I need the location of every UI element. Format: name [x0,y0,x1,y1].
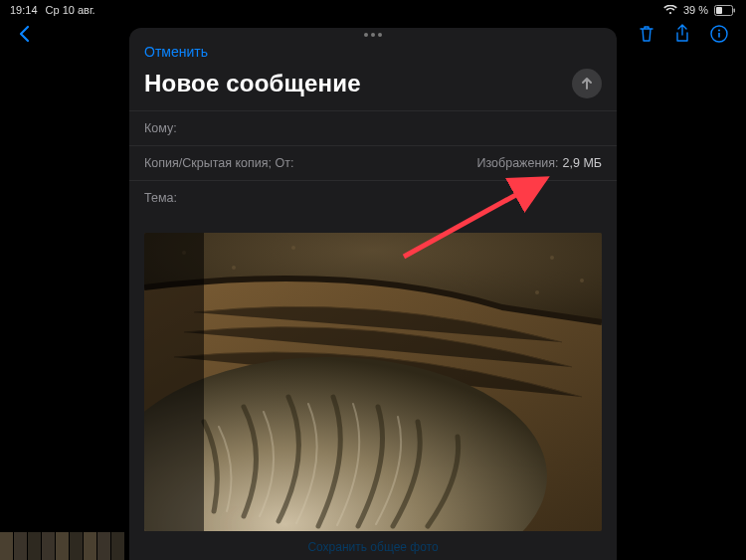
svg-point-9 [291,246,295,250]
svg-rect-2 [734,8,736,12]
trash-icon[interactable] [639,25,654,46]
status-date: Ср 10 авг. [46,4,95,16]
subject-field[interactable]: Тема: [129,180,617,215]
to-field[interactable]: Кому: [129,110,617,145]
cancel-button[interactable]: Отменить [144,44,208,60]
svg-rect-14 [144,233,204,531]
cc-bcc-from-field[interactable]: Копия/Скрытая копия; От: Изображения:2,9… [129,145,617,180]
cc-bcc-from-label: Копия/Скрытая копия; От: [144,156,293,170]
compose-mail-modal: Отменить Новое сообщение Кому: Копия/Скр… [129,28,617,560]
mail-body[interactable] [129,215,617,531]
battery-icon [714,5,736,16]
svg-rect-5 [718,32,720,37]
svg-point-10 [550,256,554,260]
svg-rect-1 [716,7,722,14]
images-label: Изображения: [477,156,559,170]
svg-point-4 [718,29,720,31]
status-time: 19:14 [10,4,38,16]
modal-grabber[interactable] [129,28,617,37]
back-button[interactable] [18,25,30,46]
to-label: Кому: [144,121,177,135]
svg-point-11 [580,279,584,282]
svg-point-12 [535,290,539,294]
info-icon[interactable] [710,25,728,46]
subject-label: Тема: [144,191,177,205]
status-bar: 19:14 Ср 10 авг. 39 % [0,0,746,20]
wifi-icon [663,5,677,15]
thumbnail-strip[interactable] [0,532,125,560]
share-icon[interactable] [674,24,690,47]
attachment-size: Изображения:2,9 МБ [477,156,603,170]
images-size-value: 2,9 МБ [563,156,602,170]
compose-title: Новое сообщение [144,70,361,97]
attached-photo[interactable] [144,233,602,531]
send-button[interactable] [572,69,602,98]
battery-percent: 39 % [683,4,708,16]
save-shared-photo-link[interactable]: Сохранить общее фото [307,540,438,554]
svg-point-8 [232,266,236,270]
